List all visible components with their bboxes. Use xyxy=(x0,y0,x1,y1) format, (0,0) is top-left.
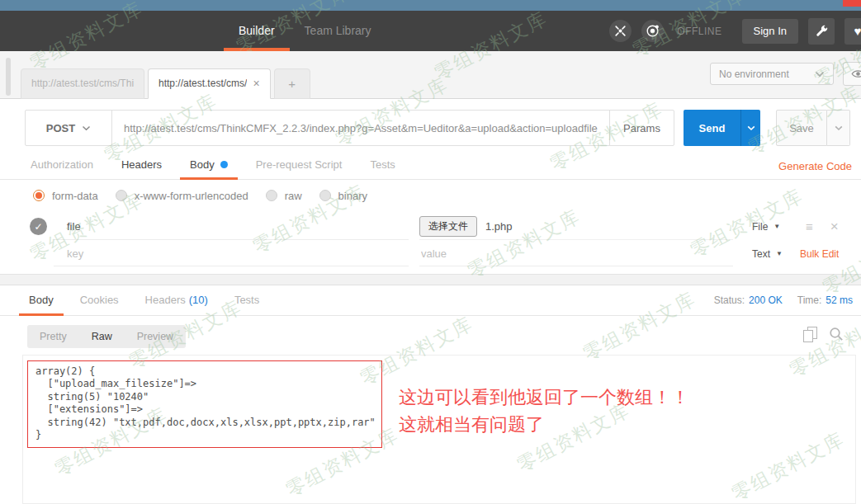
row-enabled-checkbox[interactable]: ✓ xyxy=(30,218,47,235)
sync-status-button[interactable] xyxy=(641,20,664,42)
radio-icon xyxy=(319,190,331,201)
offline-status-label: OFFLINE xyxy=(677,26,721,37)
settings-button[interactable] xyxy=(808,18,835,45)
sidebar-toggle-strip[interactable] xyxy=(6,58,11,96)
request-tab-active[interactable]: http://atest.test/cms/ × xyxy=(148,68,271,99)
status-value: 200 OK xyxy=(749,294,783,306)
environment-preview-button[interactable] xyxy=(843,62,861,86)
eye-icon xyxy=(851,68,861,79)
request-builder-panel: POST Params Send Save xyxy=(0,99,861,275)
save-options-button[interactable] xyxy=(827,110,850,146)
send-group: Send xyxy=(684,110,760,146)
tab-authorization[interactable]: Authorization xyxy=(21,153,103,180)
dropdown-arrow-icon: ▼ xyxy=(773,223,780,230)
save-button[interactable]: Save xyxy=(776,110,827,146)
form-key-field[interactable]: file xyxy=(54,213,409,240)
value-type-selector-text[interactable]: Text ▼ xyxy=(752,248,785,260)
value-type-label: File xyxy=(752,221,768,233)
radio-selected-icon xyxy=(33,190,45,201)
highlighted-response-dump: array(2) { ["upload_max_filesize"]=> str… xyxy=(27,360,382,448)
form-data-empty-row: Text ▼ Bulk Edit xyxy=(25,241,852,266)
radio-icon xyxy=(266,190,277,201)
bulk-edit-link[interactable]: Bulk Edit xyxy=(800,248,839,260)
chevron-down-icon xyxy=(815,71,825,78)
notification-badge xyxy=(843,0,861,7)
radio-x-www-form-urlencoded[interactable]: x-www-form-urlencoded xyxy=(116,190,248,202)
request-tab-label: http://atest.test/cms/Thi xyxy=(31,78,134,89)
tab-builder[interactable]: Builder xyxy=(224,11,290,51)
response-tab-cookies[interactable]: Cookies xyxy=(70,285,129,316)
favorites-button[interactable]: ♥ xyxy=(844,18,861,45)
view-mode-preview[interactable]: Preview xyxy=(125,325,186,348)
environment-area: No environment xyxy=(710,62,861,86)
body-indicator-dot-icon xyxy=(220,161,228,168)
chevron-down-icon xyxy=(747,125,755,131)
tab-headers[interactable]: Headers xyxy=(111,153,172,180)
annotation-line: 这就相当有问题了 xyxy=(399,411,689,438)
radio-binary[interactable]: binary xyxy=(319,190,367,202)
request-section-tabs: Authorization Headers Body Pre-request S… xyxy=(0,153,861,180)
view-mode-switcher: Pretty Raw Preview xyxy=(27,325,186,348)
response-line: ["upload_max_filesize"]=> xyxy=(35,378,374,390)
response-tab-body[interactable]: Body xyxy=(19,285,64,316)
value-type-label: Text xyxy=(752,248,770,260)
body-type-options: form-data x-www-form-urlencoded raw bina… xyxy=(33,186,385,205)
close-tab-icon[interactable]: × xyxy=(253,69,259,98)
headers-count-badge: (10) xyxy=(189,294,208,306)
radio-raw[interactable]: raw xyxy=(266,190,302,202)
response-panel: Body Cookies Headers(10) Tests Status:20… xyxy=(0,285,861,504)
radio-icon xyxy=(116,190,127,201)
check-icon: ✓ xyxy=(34,221,42,233)
time-label: Time: xyxy=(797,294,822,306)
selected-file-name: 1.php xyxy=(485,220,513,233)
url-group: POST Params xyxy=(25,110,674,146)
request-tab-strip: http://atest.test/cms/Thi http://atest.t… xyxy=(0,51,861,99)
capture-icon xyxy=(614,25,627,37)
wrench-icon xyxy=(813,23,830,40)
response-line: string(5) "10240" xyxy=(35,391,374,403)
value-type-selector-file[interactable]: File ▼ xyxy=(752,221,785,233)
response-line: string(42) "txt,pdf,doc,docx,xls,xlsx,pp… xyxy=(35,417,374,429)
send-button[interactable]: Send xyxy=(684,110,740,146)
environment-selector[interactable]: No environment xyxy=(710,63,834,85)
sign-in-button[interactable]: Sign In xyxy=(742,19,798,44)
response-view-row: Pretty Raw Preview xyxy=(0,320,861,353)
radio-label: raw xyxy=(285,190,302,202)
view-mode-pretty[interactable]: Pretty xyxy=(27,325,79,348)
method-value: POST xyxy=(46,122,75,134)
response-tab-headers[interactable]: Headers(10) xyxy=(135,285,218,316)
tab-team-library[interactable]: Team Library xyxy=(290,11,386,51)
radio-label: x-www-form-urlencoded xyxy=(135,190,248,202)
open-request-tabs: http://atest.test/cms/Thi http://atest.t… xyxy=(21,68,314,99)
key-input[interactable] xyxy=(54,241,409,266)
remove-row-icon[interactable]: × xyxy=(830,219,839,235)
generate-code-link[interactable]: Generate Code xyxy=(778,160,852,172)
row-drag-handle-icon[interactable]: ≡ xyxy=(806,219,813,233)
request-tab-label: http://atest.test/cms/ xyxy=(158,69,247,98)
response-meta: Status:200 OK Time:52 ms xyxy=(714,294,853,306)
copy-icon[interactable] xyxy=(803,327,817,342)
request-tab-inactive[interactable]: http://atest.test/cms/Thi xyxy=(21,68,144,99)
value-input[interactable] xyxy=(419,241,733,266)
chevron-down-icon xyxy=(835,125,843,131)
dropdown-arrow-icon: ▼ xyxy=(776,250,783,257)
status-group: Status:200 OK xyxy=(714,294,783,306)
view-mode-raw[interactable]: Raw xyxy=(79,325,125,348)
params-button[interactable]: Params xyxy=(609,111,674,145)
method-selector[interactable]: POST xyxy=(26,111,112,145)
url-input[interactable] xyxy=(112,111,609,145)
radio-form-data[interactable]: form-data xyxy=(33,190,98,202)
time-value: 52 ms xyxy=(826,294,853,306)
tab-tests[interactable]: Tests xyxy=(360,153,404,180)
choose-file-button[interactable]: 选择文件 xyxy=(419,216,477,237)
form-data-row: ✓ file 选择文件 1.php File ▼ ≡ × xyxy=(25,213,852,240)
proxy-capture-button[interactable] xyxy=(609,20,632,42)
heart-icon: ♥ xyxy=(854,25,861,37)
search-response-button[interactable] xyxy=(829,327,844,342)
new-tab-button[interactable]: + xyxy=(274,68,310,99)
tab-body[interactable]: Body xyxy=(180,153,238,180)
app-header-actions: OFFLINE Sign In ♥ xyxy=(609,11,861,51)
response-tab-tests[interactable]: Tests xyxy=(225,285,269,316)
tab-pre-request-script[interactable]: Pre-request Script xyxy=(246,153,352,180)
send-options-button[interactable] xyxy=(740,110,760,146)
